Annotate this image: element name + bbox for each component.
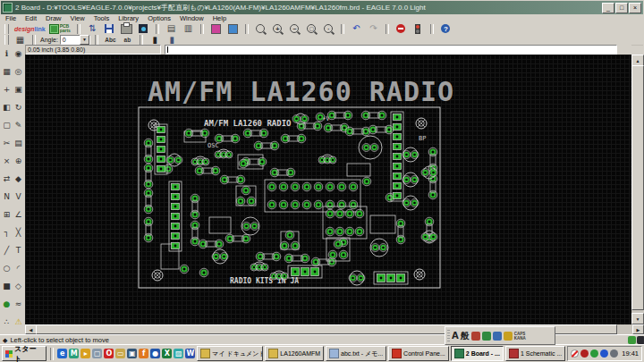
quicklaunch-my-computer[interactable]: ▣ [127,349,137,358]
tool-value[interactable]: V [13,188,24,206]
cam-processor-button[interactable] [136,23,151,35]
board-schematic-toggle[interactable]: ⇅ [85,23,100,35]
pcbparts-logo[interactable]: PCBparts [49,24,71,34]
angle-dropdown[interactable]: 0 ▼ [60,35,90,45]
zoom-in-button[interactable]: + [270,23,285,35]
menu-draw[interactable]: Draw [41,14,66,22]
quicklaunch-word[interactable]: W [185,349,195,358]
ime-kana[interactable]: KANA [514,336,526,341]
menu-edit[interactable]: Edit [21,14,41,22]
zoom-fit-button[interactable] [253,23,268,35]
tool-lock[interactable]: ◆ [13,170,24,188]
security-center-icon[interactable] [580,349,589,358]
tool-info[interactable]: ℹ [1,45,13,63]
tool-via[interactable]: ● [1,295,13,313]
zoom-out-button[interactable]: − [287,23,302,35]
quicklaunch-opera[interactable]: O [104,349,114,358]
tool-paste[interactable]: ▤ [13,134,24,152]
tool-rotate[interactable]: ↻ [13,98,24,116]
ime-input-mode[interactable]: A [452,331,459,341]
save-button[interactable] [102,23,117,35]
command-input[interactable] [165,45,617,55]
ime-tools-icon[interactable] [471,332,480,341]
tool-errors[interactable]: ⚠ [13,313,24,331]
ime-help-icon[interactable] [504,332,513,341]
task-button[interactable]: 1 Schematic ... [505,346,565,361]
tool-show[interactable]: ◉ [13,45,24,63]
quicklaunch-excel[interactable]: X [162,349,172,358]
redo-button[interactable]: ↷ [366,23,381,35]
volume-muted-icon[interactable] [571,349,579,358]
tool-delete[interactable]: × [1,152,13,170]
task-button[interactable]: abc.txt - メモ... [326,346,386,361]
close-button[interactable]: × [629,3,641,13]
chevron-down-icon[interactable]: ▼ [80,35,89,45]
tool-display[interactable]: ▦ [1,63,13,80]
library-button[interactable]: ▥ [181,23,196,35]
vertical-scrollbar[interactable]: ▲ ▼ [631,55,644,324]
menu-help[interactable]: Help [208,14,231,22]
tool-arc[interactable]: ◜ [13,259,24,277]
menu-options[interactable]: Options [143,14,175,22]
tool-move[interactable]: + [1,80,13,98]
tool-signal[interactable]: ≈ [13,295,24,313]
tool-rect[interactable]: ■ [1,277,13,295]
quicklaunch-mail[interactable]: M [69,349,79,358]
board-canvas[interactable]: AM/FM LA1260 RADIOAM/FM LA1260 RADIORADI… [25,55,631,324]
tool-replace[interactable]: ⇄ [1,170,13,188]
maximize-button[interactable]: □ [615,3,628,13]
zoom-select-button[interactable]: □ [304,23,319,35]
task-button[interactable]: マイ ドキュメント [197,346,263,361]
tool-name[interactable]: N [1,188,13,206]
task-active-button[interactable]: 2 Board - ... [451,346,504,361]
tool-ratsnest[interactable]: ∴ [1,313,13,331]
quicklaunch-folder[interactable]: ▭ [115,349,125,358]
quicklaunch-image-viewer[interactable]: ▨ [174,349,183,358]
quicklaunch-show-desktop[interactable]: ▢ [92,349,102,358]
grid-settings-button[interactable] [225,23,241,35]
quicklaunch-messenger[interactable]: ● [150,349,160,358]
quicklaunch-ie[interactable]: e [57,349,67,358]
ime-pad-icon[interactable] [493,332,502,341]
tool-mirror[interactable]: ◧ [1,98,13,116]
display-settings-icon[interactable] [610,349,618,358]
tool-cut[interactable]: ✂ [1,134,13,152]
help-button[interactable]: ? [438,23,453,35]
ime-pen-icon[interactable] [482,332,491,341]
start-button[interactable]: スタート [2,346,47,361]
tool-wire[interactable]: ╱ [1,241,13,259]
print-button[interactable] [119,23,134,35]
task-button[interactable]: Control Pane... [388,346,449,361]
toolbar2-grip[interactable] [4,35,9,45]
menu-view[interactable]: View [66,14,89,22]
antivirus-icon[interactable] [590,349,598,358]
undo-button[interactable]: ↶ [349,23,364,35]
layer-settings-button[interactable] [208,23,224,35]
tool-copy[interactable]: ▣ [13,80,24,98]
ime-conversion-mode[interactable]: 般 [461,330,470,342]
tool-group[interactable]: ▢ [1,116,13,134]
tool-smash[interactable]: ⊞ [1,206,13,223]
minimize-button[interactable]: _ [602,3,614,13]
tool-miter[interactable]: ∠ [13,206,24,223]
zoom-redraw-button[interactable]: · [321,23,336,35]
scroll-right-button[interactable]: ▶ [632,324,644,334]
vscroll-thumb[interactable] [631,65,644,310]
designlink-logo[interactable]: designlink [14,26,46,32]
menu-file[interactable]: File [1,14,21,22]
menu-tools[interactable]: Tools [89,14,114,22]
tool-change[interactable]: ✎ [13,116,24,134]
tool-ripup[interactable]: ╳ [13,223,24,241]
tool-mark[interactable]: ◎ [13,63,24,80]
quicklaunch-media[interactable]: ▸ [80,349,90,358]
messenger-tray-icon[interactable] [600,349,608,358]
tool-circle[interactable]: ○ [1,259,13,277]
toolbar-grip[interactable] [4,24,9,34]
scroll-down-button[interactable]: ▼ [631,313,644,324]
tool-route[interactable]: ┐ [1,223,13,241]
quicklaunch-firefox[interactable]: f [139,349,148,358]
menu-window[interactable]: Window [175,14,208,22]
tool-text[interactable]: T [13,241,24,259]
tool-add[interactable]: ⊕ [13,152,24,170]
pcb-drawing[interactable]: AM/FM LA1260 RADIOAM/FM LA1260 RADIORADI… [25,55,631,324]
